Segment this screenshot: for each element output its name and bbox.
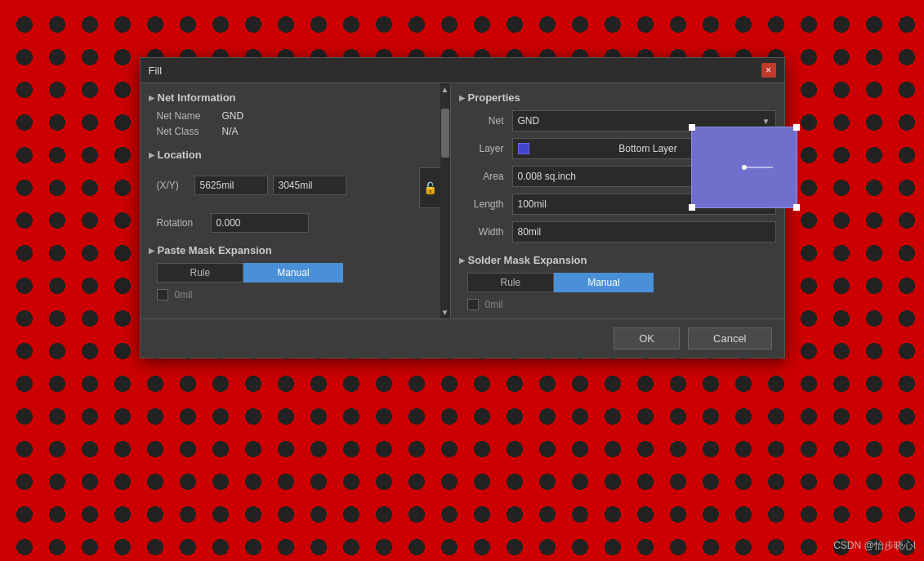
paste-mask-toggle-group: Rule Manual bbox=[149, 263, 442, 283]
solder-mask-rule-button[interactable]: Rule bbox=[467, 273, 555, 292]
width-prop-row: Width bbox=[459, 221, 776, 243]
net-information-header: Net Information bbox=[149, 91, 442, 104]
properties-header: Properties bbox=[459, 91, 776, 104]
net-class-row: Net Class N/A bbox=[149, 126, 442, 137]
length-prop-label: Length bbox=[459, 198, 504, 210]
width-input[interactable] bbox=[512, 221, 776, 243]
paste-mask-checkbox[interactable] bbox=[157, 289, 168, 301]
lock-button[interactable]: 🔓 bbox=[419, 167, 442, 208]
pcb-handle-br bbox=[793, 204, 800, 211]
location-header: Location bbox=[149, 149, 442, 161]
solder-mask-manual-button[interactable]: Manual bbox=[554, 273, 653, 292]
solder-mask-header: Solder Mask Expansion bbox=[459, 254, 776, 266]
net-class-label: Net Class bbox=[157, 126, 222, 137]
solder-mask-checkbox-row: 0mil bbox=[459, 299, 776, 310]
net-information-section: Net Information Net Name GND Net Class N… bbox=[149, 91, 442, 137]
net-name-row: Net Name GND bbox=[149, 110, 442, 122]
net-dropdown-arrow: ▼ bbox=[762, 117, 770, 126]
width-prop-label: Width bbox=[459, 226, 504, 238]
scroll-up-arrow[interactable]: ▲ bbox=[440, 83, 451, 96]
scroll-down-arrow[interactable]: ▼ bbox=[440, 306, 451, 318]
area-prop-label: Area bbox=[459, 171, 504, 182]
scroll-thumb[interactable] bbox=[441, 109, 449, 158]
solder-mask-section: Solder Mask Expansion Rule Manual 0mil bbox=[459, 254, 776, 310]
paste-mask-rule-button[interactable]: Rule bbox=[157, 263, 244, 283]
rotation-label: Rotation bbox=[157, 217, 206, 229]
cancel-button[interactable]: Cancel bbox=[688, 327, 771, 350]
pcb-fill-shape bbox=[691, 127, 797, 208]
x-input[interactable] bbox=[194, 176, 268, 195]
location-section: Location (X/Y) 🔓 Rotation bbox=[149, 149, 442, 233]
net-class-value: N/A bbox=[222, 126, 239, 137]
pcb-line bbox=[744, 167, 773, 168]
dialog-footer: OK Cancel bbox=[141, 318, 784, 358]
left-panel: Net Information Net Name GND Net Class N… bbox=[141, 83, 451, 318]
paste-mask-section: Paste Mask Expansion Rule Manual 0mil bbox=[149, 244, 442, 301]
layer-color-indicator bbox=[518, 143, 529, 154]
net-prop-label: Net bbox=[459, 115, 504, 127]
pcb-handle-tr bbox=[793, 124, 800, 131]
paste-mask-value: 0mil bbox=[175, 289, 193, 301]
solder-mask-toggle-group: Rule Manual bbox=[459, 273, 776, 292]
watermark: CSDN @怡步晓心I bbox=[833, 539, 916, 553]
net-dropdown-value: GND bbox=[518, 115, 540, 127]
net-name-label: Net Name bbox=[157, 110, 222, 122]
ok-button[interactable]: OK bbox=[614, 327, 680, 350]
y-input[interactable] bbox=[273, 176, 346, 195]
paste-mask-checkbox-row: 0mil bbox=[149, 289, 442, 301]
paste-mask-header: Paste Mask Expansion bbox=[149, 244, 442, 256]
solder-mask-checkbox[interactable] bbox=[467, 299, 479, 310]
solder-mask-value: 0mil bbox=[485, 299, 503, 310]
dialog-title: Fill bbox=[149, 65, 163, 77]
dialog-body: Net Information Net Name GND Net Class N… bbox=[141, 83, 784, 318]
layer-dropdown-value: Bottom Layer bbox=[618, 143, 676, 154]
scrollbar[interactable]: ▲ ▼ bbox=[440, 83, 450, 318]
pcb-handle-tl bbox=[689, 124, 695, 131]
layer-prop-label: Layer bbox=[459, 143, 504, 154]
pcb-handle-bl bbox=[689, 204, 695, 211]
close-button[interactable]: × bbox=[761, 63, 776, 78]
rotation-input[interactable] bbox=[211, 213, 309, 233]
paste-mask-manual-button[interactable]: Manual bbox=[243, 263, 342, 283]
net-name-value: GND bbox=[222, 110, 244, 122]
xy-label: (X/Y) bbox=[157, 180, 190, 191]
rotation-row: Rotation bbox=[149, 213, 442, 233]
dialog-titlebar: Fill × bbox=[141, 58, 784, 83]
fill-dialog: Fill × Net Information Net Name GND Net … bbox=[140, 57, 785, 358]
